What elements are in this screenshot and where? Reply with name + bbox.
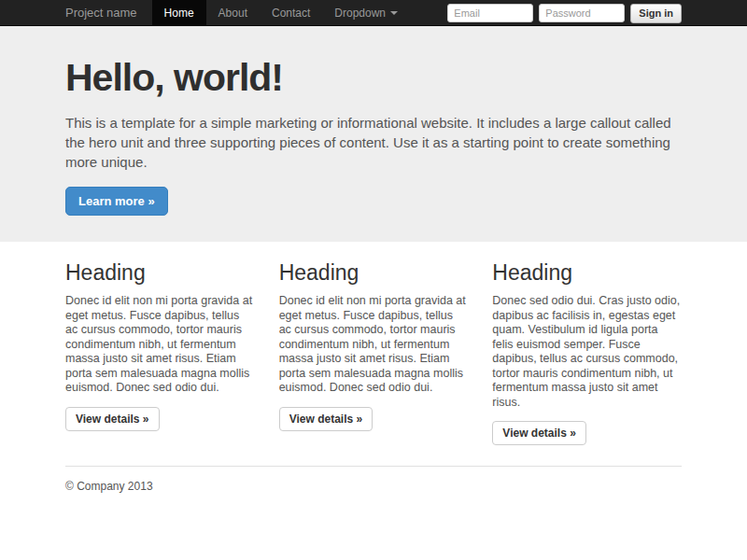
nav-item-home-label: Home: [164, 0, 194, 26]
nav-item-dropdown[interactable]: Dropdown: [322, 0, 410, 26]
password-field[interactable]: [539, 4, 625, 22]
brand-link[interactable]: Project name: [65, 0, 137, 26]
copyright-text: © Company 2013: [65, 480, 682, 493]
nav-item-about-label: About: [218, 0, 247, 26]
column-body: Donec id elit non mi porta gravida at eg…: [279, 294, 469, 396]
footer: © Company 2013: [65, 466, 682, 493]
view-details-button-1[interactable]: View details »: [65, 407, 160, 431]
hero-title: Hello, world!: [65, 56, 682, 100]
view-details-button-2[interactable]: View details »: [279, 407, 374, 431]
nav-item-about[interactable]: About: [206, 0, 260, 26]
column-heading: Heading: [65, 260, 255, 286]
nav-item-contact[interactable]: Contact: [260, 0, 322, 26]
nav-item-dropdown-label: Dropdown: [334, 0, 386, 26]
column-body: Donec id elit non mi porta gravida at eg…: [65, 294, 255, 396]
column-heading: Heading: [492, 260, 682, 286]
main-nav: Home About Contact Dropdown: [152, 0, 410, 26]
learn-more-button[interactable]: Learn more »: [65, 187, 168, 216]
view-details-button-3[interactable]: View details »: [492, 421, 586, 445]
column-body: Donec sed odio dui. Cras justo odio, dap…: [492, 294, 682, 410]
hero-unit: Hello, world! This is a template for a s…: [0, 26, 747, 242]
content-column-3: Heading Donec sed odio dui. Cras justo o…: [492, 260, 682, 445]
nav-item-contact-label: Contact: [272, 0, 310, 26]
column-heading: Heading: [279, 260, 469, 286]
signin-form: Sign in: [447, 0, 682, 26]
email-field[interactable]: [447, 4, 533, 22]
sign-in-button[interactable]: Sign in: [630, 4, 682, 23]
nav-item-home[interactable]: Home: [152, 0, 206, 26]
navbar: Project name Home About Contact Dropdown…: [0, 0, 747, 26]
content-column-1: Heading Donec id elit non mi porta gravi…: [65, 260, 255, 445]
hero-description: This is a template for a simple marketin…: [65, 113, 682, 172]
content-row: Heading Donec id elit non mi porta gravi…: [65, 242, 682, 445]
content-column-2: Heading Donec id elit non mi porta gravi…: [279, 260, 469, 445]
caret-down-icon: [390, 11, 398, 15]
